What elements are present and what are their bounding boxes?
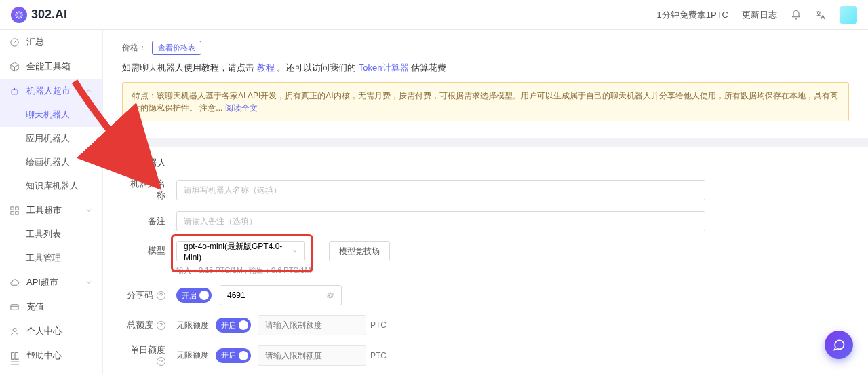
daily-limit-input[interactable] bbox=[258, 345, 366, 366]
svg-point-0 bbox=[18, 14, 20, 16]
chevron-down-icon bbox=[292, 248, 298, 255]
collapse-icon[interactable] bbox=[9, 356, 20, 367]
chevron-down-icon bbox=[85, 206, 93, 214]
sidebar-item-kb-bot[interactable]: 知识库机器人 bbox=[0, 174, 102, 198]
chat-icon bbox=[832, 338, 846, 352]
logo-text: 302.AI bbox=[31, 7, 67, 22]
svg-rect-2 bbox=[12, 90, 18, 94]
view-price-button[interactable]: 查看价格表 bbox=[152, 41, 201, 55]
grid-icon bbox=[9, 206, 20, 216]
arena-button[interactable]: 模型竞技场 bbox=[329, 241, 390, 261]
help-icon[interactable]: ? bbox=[157, 357, 165, 366]
cube-icon bbox=[9, 62, 20, 72]
sidebar-item-profile[interactable]: 个人中心 bbox=[0, 319, 102, 343]
share-code-box: 4691 bbox=[220, 285, 342, 305]
svg-rect-5 bbox=[11, 211, 14, 214]
price-row: 价格： 查看价格表 bbox=[122, 41, 849, 55]
gauge-icon bbox=[9, 37, 20, 48]
section-title: 聊天机器人 bbox=[122, 157, 849, 169]
sidebar-item-tool-market[interactable]: 工具超市 bbox=[0, 198, 102, 223]
tutorial-link[interactable]: 教程 bbox=[257, 62, 275, 73]
model-label: 模型 bbox=[122, 241, 165, 257]
chevron-down-icon bbox=[85, 278, 93, 286]
sidebar-item-robot-market[interactable]: 机器人超市 bbox=[0, 79, 102, 103]
notice-banner: 特点：该聊天机器人基于各家AI API开发，拥有真正的AI内核，无需月费，按需付… bbox=[122, 82, 849, 121]
token-calc-link[interactable]: Token计算器 bbox=[359, 62, 409, 73]
help-icon[interactable]: ? bbox=[157, 291, 165, 300]
sidebar-item-toolbox[interactable]: 全能工具箱 bbox=[0, 54, 102, 79]
share-code-value: 4691 bbox=[227, 291, 245, 300]
sidebar-item-api-market[interactable]: API超市 bbox=[0, 270, 102, 295]
daily-label: 单日额度 ? bbox=[122, 345, 165, 366]
cloud-icon bbox=[9, 278, 20, 288]
changelog-link[interactable]: 更新日志 bbox=[742, 9, 777, 21]
unlimited-label: 无限额度 bbox=[176, 350, 209, 361]
robot-icon bbox=[9, 86, 20, 96]
sidebar-item-summary[interactable]: 汇总 bbox=[0, 30, 102, 54]
unit-label: PTC bbox=[370, 320, 387, 330]
remark-input[interactable] bbox=[176, 211, 705, 231]
user-icon bbox=[9, 326, 20, 337]
sidebar-item-invite[interactable]: 邀请返现 bbox=[0, 368, 102, 374]
sidebar-item-app-bot[interactable]: 应用机器人 bbox=[0, 127, 102, 151]
total-unlimited-toggle[interactable]: 开启 bbox=[216, 318, 251, 333]
chat-fab[interactable] bbox=[825, 331, 853, 359]
logo[interactable]: 302.AI bbox=[11, 7, 67, 23]
card-icon bbox=[9, 302, 20, 312]
name-label: 机器人名称 bbox=[122, 179, 165, 202]
unlimited-label: 无限额度 bbox=[176, 320, 209, 331]
svg-rect-4 bbox=[16, 206, 18, 209]
svg-rect-3 bbox=[11, 206, 14, 209]
bell-icon[interactable] bbox=[791, 10, 802, 20]
sidebar-item-tool-list[interactable]: 工具列表 bbox=[0, 223, 102, 246]
refresh-icon[interactable] bbox=[326, 291, 334, 299]
sidebar: 汇总 全能工具箱 机器人超市 聊天机器人 应用机器人 绘画机器人 知识库机器人 … bbox=[0, 30, 103, 374]
main-content: 价格： 查看价格表 如需聊天机器人使用教程，请点击 教程 。还可以访问我们的 T… bbox=[103, 30, 868, 374]
translate-icon[interactable] bbox=[815, 10, 826, 20]
total-label: 总额度 ? bbox=[122, 320, 165, 331]
daily-unlimited-toggle[interactable]: 开启 bbox=[216, 348, 251, 363]
sidebar-item-tool-manage[interactable]: 工具管理 bbox=[0, 246, 102, 270]
sidebar-item-recharge[interactable]: 充值 bbox=[0, 295, 102, 319]
name-input[interactable] bbox=[176, 180, 705, 200]
read-more-link[interactable]: 阅读全文 bbox=[225, 103, 258, 113]
price-label: 价格： bbox=[122, 42, 146, 54]
topbar: 302.AI 1分钟免费拿1PTC 更新日志 bbox=[0, 0, 868, 30]
unit-label: PTC bbox=[370, 351, 387, 360]
share-toggle[interactable]: 开启 bbox=[176, 288, 212, 303]
tutorial-line: 如需聊天机器人使用教程，请点击 教程 。还可以访问我们的 Token计算器 估算… bbox=[122, 62, 849, 74]
share-label: 分享码 ? bbox=[122, 290, 165, 301]
model-pricing: 输入：0.15 PTC/1M ; 输出：0.6 PTC/1M bbox=[176, 265, 311, 276]
sidebar-item-draw-bot[interactable]: 绘画机器人 bbox=[0, 151, 102, 174]
top-links: 1分钟免费拿1PTC 更新日志 bbox=[657, 6, 857, 24]
logo-icon bbox=[11, 7, 27, 23]
promo-link[interactable]: 1分钟免费拿1PTC bbox=[657, 9, 728, 21]
help-icon[interactable]: ? bbox=[157, 321, 165, 330]
model-select[interactable]: gpt-4o-mini(最新版GPT4.0-Mini) bbox=[176, 241, 305, 261]
chevron-up-icon bbox=[85, 87, 93, 95]
avatar[interactable] bbox=[840, 6, 857, 24]
svg-rect-6 bbox=[16, 211, 18, 214]
sidebar-item-chat-bot[interactable]: 聊天机器人 bbox=[0, 103, 102, 127]
remark-label: 备注 bbox=[122, 216, 165, 227]
svg-rect-7 bbox=[11, 304, 18, 310]
svg-point-8 bbox=[13, 328, 16, 331]
total-limit-input[interactable] bbox=[258, 315, 366, 335]
